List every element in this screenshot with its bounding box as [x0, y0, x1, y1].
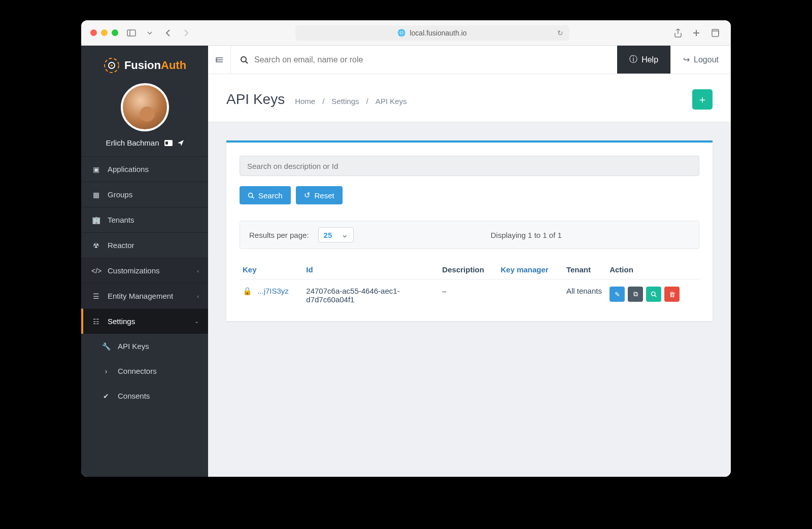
global-search: [230, 46, 617, 74]
search-icon: [248, 192, 254, 199]
breadcrumb-item[interactable]: Settings: [331, 97, 359, 105]
sidebar-item-api-keys[interactable]: 🔧 API Keys: [81, 334, 208, 359]
search-icon: [240, 56, 248, 64]
sidebar-item-connectors[interactable]: › Connectors: [81, 359, 208, 383]
cell-key-manager: [498, 279, 563, 311]
svg-point-11: [241, 57, 246, 62]
url-text: local.fusionauth.io: [410, 29, 466, 37]
breadcrumb-item[interactable]: API Keys: [376, 97, 407, 105]
svg-line-14: [252, 196, 254, 198]
browser-window: 🌐 local.fusionauth.io ↻ FusionAuth: [81, 20, 731, 477]
svg-line-12: [246, 61, 248, 63]
cell-description: –: [439, 279, 497, 311]
global-search-input[interactable]: [254, 55, 608, 64]
logout-icon: ↪: [683, 55, 690, 64]
share-icon[interactable]: [671, 27, 685, 39]
sidebar-toggle-icon[interactable]: [124, 27, 139, 39]
th-key[interactable]: Key: [240, 260, 303, 279]
username: Erlich Bachman: [106, 138, 159, 147]
address-bar[interactable]: 🌐 local.fusionauth.io ↻: [295, 25, 569, 41]
check-icon: ✔: [101, 392, 111, 400]
filter-input[interactable]: [240, 156, 699, 176]
refresh-icon[interactable]: ↻: [557, 29, 563, 37]
svg-rect-0: [127, 30, 136, 36]
sidebar-item-label: Groups: [108, 190, 132, 199]
globe-icon: 🌐: [397, 29, 405, 37]
logout-button[interactable]: ↪ Logout: [670, 46, 731, 74]
new-tab-icon[interactable]: [689, 27, 703, 39]
chevron-down-icon: ⌄: [194, 318, 199, 325]
brand-text-a: Fusion: [124, 59, 161, 72]
tabs-icon[interactable]: [707, 27, 722, 39]
groups-icon: ▦: [91, 191, 100, 199]
svg-line-16: [655, 295, 656, 297]
sidebar-item-tenants[interactable]: 🏢 Tenants: [81, 207, 208, 232]
location-icon[interactable]: [178, 140, 184, 146]
th-action: Action: [606, 260, 699, 279]
minimize-window[interactable]: [101, 29, 108, 36]
page-header-left: API Keys Home/ Settings/ API Keys: [226, 91, 407, 108]
help-button[interactable]: ⓘ Help: [617, 46, 670, 74]
svg-point-5: [111, 64, 113, 66]
sidebar-item-consents[interactable]: ✔ Consents: [81, 383, 208, 408]
sidebar-item-customizations[interactable]: </> Customizations ‹: [81, 258, 208, 283]
code-icon: </>: [91, 267, 100, 275]
search-icon: [651, 291, 657, 297]
edit-button[interactable]: ✎: [610, 287, 625, 302]
cube-icon: ▣: [91, 165, 100, 173]
id-card-icon[interactable]: [164, 140, 173, 146]
add-button[interactable]: ＋: [692, 89, 713, 110]
sidebar-item-label: Tenants: [108, 216, 134, 224]
th-id[interactable]: Id: [303, 260, 439, 279]
sidebar-item-groups[interactable]: ▦ Groups: [81, 182, 208, 207]
copy-icon: ⧉: [633, 290, 638, 298]
back-button[interactable]: [161, 27, 175, 39]
app-body: FusionAuth Erlich Bachman ▣: [81, 46, 731, 477]
row-actions: ✎ ⧉ 🗑: [610, 287, 696, 302]
trash-icon: 🗑: [669, 291, 675, 298]
card-body: Search ↺ Reset Results per page: 25: [226, 143, 713, 321]
user-panel: Erlich Bachman: [81, 79, 208, 156]
question-icon: ⓘ: [629, 54, 637, 65]
th-key-manager[interactable]: Key manager: [498, 260, 563, 279]
sidebar-item-label: Consents: [118, 392, 150, 400]
forward-button[interactable]: [179, 27, 193, 39]
view-button[interactable]: [646, 287, 661, 302]
table-row: 🔒 ...j7IS3yz 24707c6a-ac55-4646-aec1-d7d…: [240, 279, 699, 311]
svg-rect-7: [165, 142, 168, 145]
chevron-down-icon[interactable]: [143, 27, 157, 39]
sidebar-collapse-button[interactable]: [208, 56, 230, 63]
breadcrumb-item[interactable]: Home: [295, 97, 315, 105]
api-keys-table: Key Id Description Key manager Tenant Ac…: [240, 260, 699, 311]
reset-button[interactable]: ↺ Reset: [296, 186, 343, 204]
page-size-select[interactable]: 25 ⌄: [318, 227, 354, 242]
brand: FusionAuth: [81, 46, 208, 79]
delete-button[interactable]: 🗑: [664, 287, 680, 302]
sidebar-item-settings[interactable]: ☷ Settings ⌄: [81, 308, 208, 334]
search-button[interactable]: Search: [240, 186, 291, 204]
th-description: Description: [439, 260, 497, 279]
sidebar-item-label: Applications: [108, 165, 149, 173]
brand-logo: FusionAuth: [103, 57, 186, 74]
toolbar-left: [124, 27, 193, 39]
pager-display: Displaying 1 to 1 of 1: [491, 231, 562, 239]
svg-point-13: [249, 193, 253, 197]
window-controls: [90, 29, 118, 36]
plus-icon: ＋: [697, 93, 707, 107]
search-label: Search: [258, 191, 283, 200]
svg-rect-2: [712, 31, 719, 37]
key-icon: 🔧: [101, 342, 111, 350]
maximize-window[interactable]: [112, 29, 118, 36]
sidebar-item-reactor[interactable]: ☢ Reactor: [81, 232, 208, 258]
key-link[interactable]: ...j7IS3yz: [257, 287, 289, 295]
toolbar-right: [671, 27, 722, 39]
content: ⓘ Help ↪ Logout API Keys Home/ Settings/…: [208, 46, 731, 477]
sidebar-item-applications[interactable]: ▣ Applications: [81, 156, 208, 182]
undo-icon: ↺: [304, 191, 311, 200]
avatar[interactable]: [121, 83, 169, 131]
copy-button[interactable]: ⧉: [628, 287, 643, 302]
close-window[interactable]: [90, 29, 97, 36]
pager-label: Results per page:: [249, 231, 309, 239]
sidebar-item-entity-management[interactable]: ☰ Entity Management ‹: [81, 283, 208, 308]
page-header: API Keys Home/ Settings/ API Keys ＋: [208, 74, 731, 122]
